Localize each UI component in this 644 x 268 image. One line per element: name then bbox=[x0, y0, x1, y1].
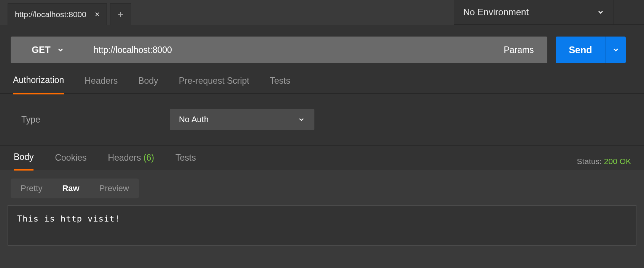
send-options-button[interactable] bbox=[605, 37, 626, 63]
params-button[interactable]: Params bbox=[490, 37, 547, 63]
environment-selector[interactable]: No Environment bbox=[454, 0, 614, 25]
authorization-panel: Type No Auth bbox=[0, 94, 644, 146]
plus-icon: + bbox=[118, 8, 123, 20]
url-input[interactable] bbox=[85, 37, 490, 63]
response-tab-headers[interactable]: Headers (6) bbox=[108, 153, 154, 170]
request-builder-row: GET Params Send bbox=[0, 25, 644, 69]
response-headers-count: (6) bbox=[143, 153, 154, 163]
chevron-down-icon bbox=[57, 46, 64, 54]
request-tab-label: http://localhost:8000 bbox=[15, 10, 86, 19]
response-tab-tests[interactable]: Tests bbox=[175, 153, 196, 170]
params-label: Params bbox=[504, 45, 534, 55]
response-status: Status: 200 OK bbox=[577, 157, 631, 166]
row-right-gap bbox=[626, 37, 636, 63]
add-tab-button[interactable]: + bbox=[110, 3, 131, 25]
send-label: Send bbox=[569, 45, 592, 56]
request-section-tabs: Authorization Headers Body Pre-request S… bbox=[0, 69, 644, 94]
response-headers-label: Headers bbox=[108, 153, 141, 163]
status-value: 200 OK bbox=[604, 157, 631, 166]
view-mode-preview[interactable]: Preview bbox=[89, 179, 139, 198]
response-body-content[interactable]: This is http visit! bbox=[8, 205, 636, 246]
http-method-label: GET bbox=[32, 45, 50, 55]
status-label: Status: bbox=[577, 157, 602, 166]
view-mode-raw[interactable]: Raw bbox=[52, 179, 89, 198]
chevron-down-icon bbox=[597, 8, 604, 16]
auth-type-value: No Auth bbox=[179, 115, 209, 124]
view-mode-pretty[interactable]: Pretty bbox=[11, 179, 52, 198]
auth-type-label: Type bbox=[21, 115, 40, 125]
topbar-right-gap bbox=[614, 0, 644, 25]
tab-prerequest-script[interactable]: Pre-request Script bbox=[179, 76, 249, 94]
response-view-modes: Pretty Raw Preview bbox=[11, 179, 139, 198]
response-tab-cookies[interactable]: Cookies bbox=[55, 153, 86, 170]
send-button[interactable]: Send bbox=[556, 37, 605, 63]
tab-headers[interactable]: Headers bbox=[84, 76, 118, 94]
request-tabs: http://localhost:8000 × + bbox=[0, 0, 454, 25]
tab-authorization[interactable]: Authorization bbox=[13, 75, 64, 94]
close-icon[interactable]: × bbox=[95, 10, 100, 19]
http-method-selector[interactable]: GET bbox=[11, 37, 85, 63]
chevron-down-icon bbox=[298, 116, 305, 123]
response-tab-body[interactable]: Body bbox=[14, 152, 33, 171]
environment-label: No Environment bbox=[463, 7, 529, 18]
response-section-tabs: Body Cookies Headers (6) Tests Status: 2… bbox=[0, 146, 644, 170]
request-tab-active[interactable]: http://localhost:8000 × bbox=[8, 3, 107, 25]
chevron-down-icon bbox=[612, 46, 620, 54]
top-bar: http://localhost:8000 × + No Environment bbox=[0, 0, 644, 25]
tab-tests[interactable]: Tests bbox=[270, 76, 290, 94]
tab-body[interactable]: Body bbox=[138, 76, 158, 94]
auth-type-selector[interactable]: No Auth bbox=[170, 109, 314, 130]
